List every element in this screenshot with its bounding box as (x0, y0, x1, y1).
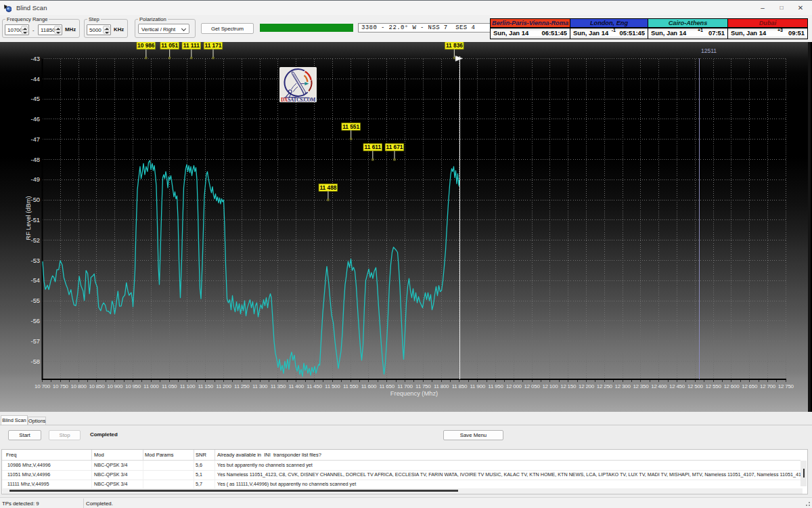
svg-text:-44: -44 (31, 76, 40, 83)
svg-text:11 171: 11 171 (205, 42, 222, 49)
svg-text:11 600: 11 600 (361, 383, 377, 389)
svg-text:12511: 12511 (701, 47, 717, 54)
svg-text:11 800: 11 800 (434, 383, 449, 389)
svg-text:11 950: 11 950 (488, 383, 503, 389)
svg-text:11 671: 11 671 (386, 144, 403, 150)
svg-text:-43: -43 (31, 56, 40, 62)
svg-text:-49: -49 (31, 176, 40, 183)
svg-text:-58: -58 (31, 358, 40, 365)
svg-text:-52: -52 (31, 237, 40, 244)
svg-text:-55: -55 (31, 297, 40, 304)
svg-text:12 500: 12 500 (687, 383, 704, 389)
svg-text:10 700: 10 700 (35, 383, 51, 389)
svg-text:12 700: 12 700 (760, 383, 776, 389)
svg-text:10 900: 10 900 (107, 383, 123, 389)
svg-text:11 611: 11 611 (365, 144, 382, 150)
svg-text:12 550: 12 550 (706, 383, 722, 389)
svg-text:11 450: 11 450 (307, 383, 322, 389)
svg-text:11 051: 11 051 (161, 42, 178, 49)
svg-text:10 800: 10 800 (71, 383, 87, 389)
svg-text:11 050: 11 050 (162, 383, 177, 389)
svg-text:12 250: 12 250 (597, 383, 613, 389)
svg-text:11 850: 11 850 (452, 383, 468, 389)
svg-text:DXSATCS.COM: DXSATCS.COM (281, 97, 315, 103)
svg-text:12 050: 12 050 (524, 383, 541, 389)
svg-text:11 111: 11 111 (183, 42, 200, 49)
svg-text:11 300: 11 300 (252, 383, 268, 389)
svg-text:-51: -51 (31, 217, 40, 224)
svg-text:11 400: 11 400 (289, 383, 304, 389)
svg-text:-47: -47 (31, 136, 40, 143)
svg-text:11 150: 11 150 (198, 383, 214, 389)
svg-text:10 950: 10 950 (125, 383, 141, 389)
svg-text:11 350: 11 350 (271, 383, 286, 389)
svg-text:11 900: 11 900 (470, 383, 486, 389)
svg-text:11 551: 11 551 (342, 123, 359, 130)
svg-text:11 500: 11 500 (325, 383, 340, 389)
svg-text:11 200: 11 200 (216, 383, 231, 389)
svg-text:12 400: 12 400 (651, 383, 667, 389)
svg-text:12 000: 12 000 (506, 383, 522, 389)
svg-text:-48: -48 (31, 156, 40, 163)
svg-text:12 450: 12 450 (669, 383, 685, 389)
svg-text:11 650: 11 650 (380, 383, 395, 389)
svg-text:11 750: 11 750 (415, 383, 431, 389)
svg-text:11 250: 11 250 (234, 383, 250, 389)
svg-text:RF Level (dBm): RF Level (dBm) (25, 196, 32, 240)
svg-text:-46: -46 (31, 116, 40, 123)
svg-text:12 200: 12 200 (579, 383, 595, 389)
svg-text:12 350: 12 350 (633, 383, 649, 389)
svg-text:12 150: 12 150 (560, 383, 577, 389)
svg-text:10 850: 10 850 (89, 383, 105, 389)
svg-text:-45: -45 (31, 96, 40, 102)
svg-text:-50: -50 (31, 196, 40, 203)
svg-text:11 488: 11 488 (319, 184, 336, 191)
svg-text:11 550: 11 550 (343, 383, 359, 389)
svg-text:11 836: 11 836 (446, 42, 463, 49)
svg-text:Frequency (Mhz): Frequency (Mhz) (390, 390, 438, 397)
svg-text:10 986: 10 986 (137, 42, 155, 49)
svg-text:10 750: 10 750 (53, 383, 69, 389)
svg-text:12 650: 12 650 (742, 383, 758, 389)
svg-text:11 000: 11 000 (143, 383, 159, 389)
svg-text:-57: -57 (31, 338, 40, 345)
svg-text:-54: -54 (31, 277, 40, 284)
svg-text:-56: -56 (31, 318, 40, 324)
svg-text:11 700: 11 700 (397, 383, 413, 389)
svg-text:11 100: 11 100 (180, 383, 196, 389)
svg-text:12 600: 12 600 (723, 383, 740, 389)
svg-text:-53: -53 (31, 257, 40, 264)
svg-text:12 100: 12 100 (542, 383, 558, 389)
svg-text:12 300: 12 300 (615, 383, 631, 389)
svg-text:12 750: 12 750 (778, 383, 794, 389)
